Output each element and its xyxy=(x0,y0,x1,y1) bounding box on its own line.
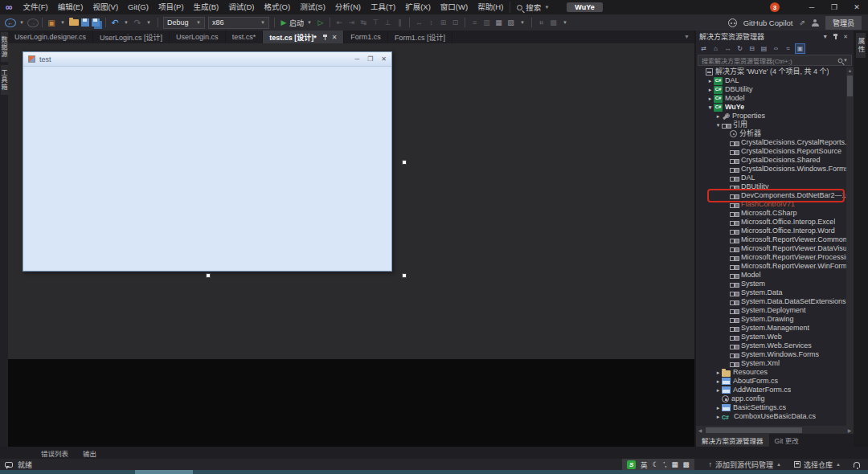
menu-item[interactable]: 窗口(W) xyxy=(436,0,473,14)
open-file-icon[interactable] xyxy=(68,16,80,29)
tree-item[interactable]: Model xyxy=(696,271,846,280)
start-debug-dropdown[interactable]: ▼ xyxy=(304,16,315,29)
tree-item[interactable]: System.Web xyxy=(696,333,846,341)
save-icon[interactable] xyxy=(80,16,91,29)
navigate-forward-icon[interactable]: → xyxy=(27,18,39,27)
tree-item[interactable]: ▸DAL xyxy=(696,76,846,85)
expand-icon[interactable]: ▸ xyxy=(714,386,722,394)
menu-item[interactable]: 工具(T) xyxy=(366,0,400,14)
github-copilot-label[interactable]: GitHub Copilot xyxy=(743,18,793,27)
menu-item[interactable]: 文件(F) xyxy=(18,0,53,14)
menu-item[interactable]: 生成(B) xyxy=(189,0,224,14)
menu-item[interactable]: 调试(D) xyxy=(223,0,259,14)
preview-selected-icon[interactable]: ▣ xyxy=(795,43,805,54)
document-well-dropdown-icon[interactable]: ▼ xyxy=(684,31,694,43)
tree-item[interactable]: System.Web.Services xyxy=(696,341,846,350)
menu-item[interactable]: Git(G) xyxy=(123,0,154,14)
close-button[interactable]: ✕ xyxy=(845,0,868,14)
document-tab[interactable]: Form1.cs xyxy=(344,31,388,43)
save-all-icon[interactable] xyxy=(91,16,102,29)
menu-item[interactable]: 扩展(X) xyxy=(400,0,436,14)
solution-platform-select[interactable]: x86▼ xyxy=(208,17,269,29)
tree-item[interactable]: ▸Model xyxy=(696,94,846,103)
menu-item[interactable]: 测试(S) xyxy=(295,0,330,14)
tree-item[interactable]: System.Deployment xyxy=(696,306,846,315)
bring-to-front-icon[interactable]: ▦ xyxy=(493,18,505,27)
feedback-bubble-icon[interactable] xyxy=(5,462,13,468)
document-tab[interactable]: test.cs* xyxy=(226,31,264,43)
tool-window-tab[interactable]: Git 更改 xyxy=(769,434,805,447)
pin-icon[interactable] xyxy=(322,35,328,40)
tree-item[interactable]: System.Management xyxy=(696,324,846,333)
document-tab[interactable]: UserLogin.cs xyxy=(170,31,226,43)
tree-item[interactable]: System.Data xyxy=(696,288,846,297)
document-tab[interactable]: test.cs [设计]*✕ xyxy=(263,31,344,43)
tree-item[interactable]: System xyxy=(696,280,846,288)
solution-configuration-select[interactable]: Debug▼ xyxy=(163,17,205,29)
tool-window-tab[interactable]: 解决方案资源管理器 xyxy=(696,434,769,447)
tab-order-icon[interactable]: ⌗ xyxy=(535,18,547,27)
expand-icon[interactable]: ▸ xyxy=(706,76,714,85)
pin-icon[interactable] xyxy=(833,34,838,39)
switch-views-icon[interactable]: ⇄ xyxy=(698,43,709,54)
expand-icon[interactable]: ▸ xyxy=(714,377,722,386)
tree-item[interactable]: ▸Resources xyxy=(696,368,846,377)
resize-handle-corner[interactable] xyxy=(402,273,407,278)
expand-icon[interactable]: ▸ xyxy=(714,112,722,121)
undo-dropdown[interactable]: ▼ xyxy=(121,16,132,29)
tree-item[interactable]: System.Data.DataSetExtensions xyxy=(696,297,846,306)
tab-toolbox[interactable]: 工具箱 xyxy=(1,65,8,95)
menu-item[interactable]: 项目(P) xyxy=(154,0,189,14)
tab-data-sources[interactable]: 数据源 xyxy=(1,32,8,62)
designed-form[interactable]: test ─ ❐ ✕ xyxy=(23,51,392,272)
tree-item[interactable]: CrystalDecisions.Windows.Forms xyxy=(696,165,846,174)
tree-item[interactable]: Microsoft.ReportViewer.WinForms xyxy=(696,262,846,271)
select-repository-button[interactable]: 选择仓库 ▲ xyxy=(794,460,841,470)
ime-moon-icon[interactable]: ☾ xyxy=(653,460,659,468)
collapse-icon[interactable]: ▾ xyxy=(706,103,714,112)
expand-icon[interactable]: ▸ xyxy=(714,368,722,377)
tree-item[interactable]: CrystalDecisions.Shared xyxy=(696,156,846,165)
tree-item[interactable]: DAL xyxy=(696,174,846,182)
tree-item[interactable]: CrystalDecisions.ReportSource xyxy=(696,147,846,156)
add-to-source-control-button[interactable]: ↑ 添加到源代码管理 ▲ xyxy=(709,460,781,470)
tree-item[interactable]: Microsoft.Office.Interop.Word xyxy=(696,227,846,235)
live-share-icon[interactable]: ⇗ xyxy=(799,18,805,27)
expand-icon[interactable]: ▸ xyxy=(714,403,722,412)
redo-icon[interactable]: ↷ xyxy=(132,16,143,29)
document-tab[interactable]: UserLogin.cs [设计] xyxy=(93,31,170,43)
vertical-scrollbar[interactable]: ▲ xyxy=(846,67,854,426)
tree-item[interactable]: CrystalDecisions.CrystalReports.Engine xyxy=(696,138,846,147)
view-code-icon[interactable]: ‹› xyxy=(771,43,781,54)
navigate-back-dropdown[interactable]: ▼ xyxy=(16,16,27,29)
tree-item[interactable]: Microsoft.ReportViewer.ProcessingObjec xyxy=(696,253,846,262)
bottom-panel-tab[interactable]: 输出 xyxy=(77,447,102,459)
ime-grid-icon[interactable]: ▦ xyxy=(672,460,678,468)
document-tab[interactable]: Form1.cs [设计] xyxy=(388,31,452,43)
menu-item[interactable]: 编辑(E) xyxy=(53,0,88,14)
expand-icon[interactable]: ▸ xyxy=(714,412,722,421)
ime-toolbox-icon[interactable]: ▩ xyxy=(683,460,690,468)
scroll-left-icon[interactable]: ◀ xyxy=(696,427,704,433)
resize-handle-right[interactable] xyxy=(402,160,407,165)
ime-toolbar[interactable]: S 英 ☾ ’, ▦ ▩ xyxy=(622,459,694,470)
github-copilot-icon[interactable] xyxy=(728,18,737,27)
ime-punctuation-icon[interactable]: ’, xyxy=(663,460,666,468)
layout-toolbar-overflow[interactable]: ▼ xyxy=(517,16,528,29)
search-box[interactable]: 搜索 ▼ xyxy=(510,2,555,13)
send-to-back-icon[interactable]: ▨ xyxy=(505,18,517,27)
tree-item[interactable]: DevComponents.DotNetBar2—10.3 xyxy=(696,191,846,200)
collapse-icon[interactable]: ▾ xyxy=(714,121,722,129)
panel-close-icon[interactable]: ✕ xyxy=(841,34,850,40)
tree-item[interactable]: ▸ComboxUseBasicData.cs xyxy=(696,412,846,421)
solution-explorer-search[interactable]: 搜索解决方案资源管理器(Ctrl+;) ▼ xyxy=(698,55,852,66)
options-icon[interactable]: ≈ xyxy=(783,43,793,54)
tree-item[interactable]: 解决方案 'WuYe' (4 个项目, 共 4 个) xyxy=(696,67,846,76)
new-project-icon[interactable]: ▣ xyxy=(46,16,57,29)
minimize-button[interactable]: ─ xyxy=(800,0,823,14)
tree-item[interactable]: app.config xyxy=(696,394,846,403)
menu-item[interactable]: 格式(O) xyxy=(259,0,295,14)
menu-item[interactable]: 视图(V) xyxy=(88,0,123,14)
tree-item[interactable]: System.Windows.Forms xyxy=(696,350,846,359)
tree-item[interactable]: Microsoft.Office.Interop.Excel xyxy=(696,218,846,227)
